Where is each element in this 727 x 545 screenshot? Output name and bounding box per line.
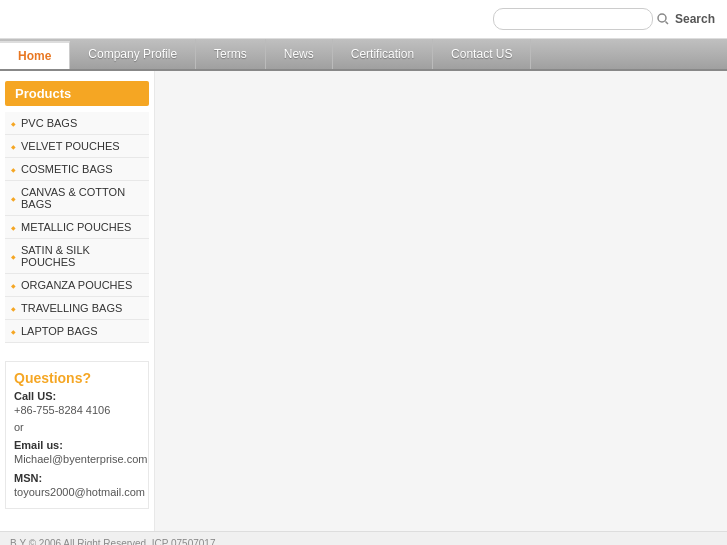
main-layout: Products PVC BAGS VELVET POUCHES COSMETI… — [0, 71, 727, 531]
sidebar: Products PVC BAGS VELVET POUCHES COSMETI… — [0, 71, 155, 531]
search-input[interactable] — [493, 8, 653, 30]
list-item: PVC BAGS — [5, 112, 149, 135]
list-item: VELVET POUCHES — [5, 135, 149, 158]
list-item: TRAVELLING BAGS — [5, 297, 149, 320]
list-item: CANVAS & COTTON BAGS — [5, 181, 149, 216]
sidebar-item-pvc-bags[interactable]: PVC BAGS — [5, 112, 149, 134]
msn-value: toyours2000@hotmail.com — [14, 484, 140, 501]
sidebar-item-travelling-bags[interactable]: TRAVELLING BAGS — [5, 297, 149, 319]
top-bar: Search — [0, 0, 727, 39]
sidebar-menu: PVC BAGS VELVET POUCHES COSMETIC BAGS CA… — [5, 112, 149, 343]
list-item: SATIN & SILK POUCHES — [5, 239, 149, 274]
products-header[interactable]: Products — [5, 81, 149, 106]
questions-title: Questions? — [14, 370, 140, 386]
email-value: Michael@byenterprise.com — [14, 451, 140, 468]
nav-item-news[interactable]: News — [266, 39, 333, 69]
sidebar-item-satin-silk-pouches[interactable]: SATIN & SILK POUCHES — [5, 239, 149, 273]
list-item: LAPTOP BAGS — [5, 320, 149, 343]
search-form: Search — [493, 8, 717, 30]
or-text: or — [14, 419, 140, 436]
questions-box: Questions? Call US: +86-755-8284 4106 or… — [5, 361, 149, 509]
sidebar-item-canvas-cotton-bags[interactable]: CANVAS & COTTON BAGS — [5, 181, 149, 215]
nav-item-company-profile[interactable]: Company Profile — [70, 39, 196, 69]
list-item: COSMETIC BAGS — [5, 158, 149, 181]
nav-item-terms[interactable]: Terms — [196, 39, 266, 69]
list-item: ORGANZA POUCHES — [5, 274, 149, 297]
nav-item-contact[interactable]: Contact US — [433, 39, 531, 69]
nav-item-home[interactable]: Home — [0, 41, 70, 69]
sidebar-item-laptop-bags[interactable]: LAPTOP BAGS — [5, 320, 149, 342]
svg-point-0 — [658, 14, 666, 22]
footer: B.Y © 2006 All Right Reserved. ICP 07507… — [0, 531, 727, 545]
search-icon — [657, 13, 669, 25]
content-area — [155, 71, 727, 531]
sidebar-item-organza-pouches[interactable]: ORGANZA POUCHES — [5, 274, 149, 296]
msn-label: MSN: — [14, 472, 140, 484]
sidebar-item-velvet-pouches[interactable]: VELVET POUCHES — [5, 135, 149, 157]
navigation: Home Company Profile Terms News Certific… — [0, 39, 727, 71]
svg-line-1 — [665, 22, 668, 25]
sidebar-item-metallic-pouches[interactable]: METALLIC POUCHES — [5, 216, 149, 238]
call-label: Call US: — [14, 390, 140, 402]
phone-value: +86-755-8284 4106 — [14, 402, 140, 419]
email-label: Email us: — [14, 439, 140, 451]
sidebar-item-cosmetic-bags[interactable]: COSMETIC BAGS — [5, 158, 149, 180]
footer-text: B.Y © 2006 All Right Reserved. ICP 07507… — [10, 538, 215, 545]
list-item: METALLIC POUCHES — [5, 216, 149, 239]
search-button[interactable]: Search — [673, 12, 717, 26]
nav-item-certification[interactable]: Certification — [333, 39, 433, 69]
